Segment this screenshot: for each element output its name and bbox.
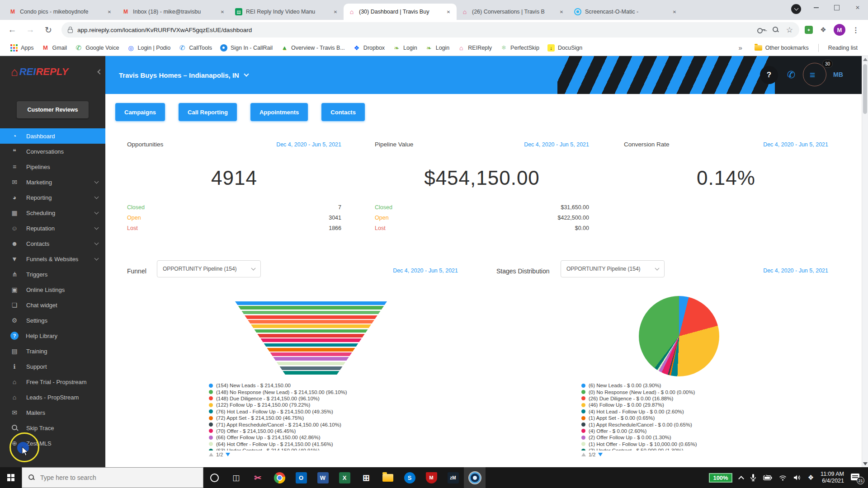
browser-tab[interactable]: Screencast-O-Matic - (570, 4, 683, 20)
legend-item[interactable]: (0) No Response (New Lead) - $ 0.00 (0.0… (581, 389, 835, 395)
sidebar-collapse-icon[interactable] (95, 68, 104, 76)
bookmark-item[interactable]: Login (389, 42, 421, 54)
bookmark-item[interactable]: Gmail (38, 42, 71, 54)
notifications-list-icon[interactable] (810, 70, 815, 80)
bookmark-item[interactable]: Apps (6, 42, 38, 54)
legend-item[interactable]: (66) Offer Follow Up - $ 214,150.00 (42.… (209, 434, 462, 441)
legend-item[interactable]: (1) Hot Offer - Follow Up - $ 10,000.00 … (581, 441, 835, 447)
sidebar-item[interactable]: ❝ Conversations (0, 144, 105, 159)
sidebar-item[interactable]: ≡ Pipelines (0, 159, 105, 174)
taskbar-app-icon[interactable]: X (334, 467, 355, 488)
microphone-icon[interactable] (750, 474, 756, 482)
browser-tab[interactable]: (30) Dashboard | Travis Buy (344, 4, 457, 20)
scroll-down-icon[interactable] (863, 462, 868, 465)
bookmark-item[interactable]: Sign In - CallRail (216, 42, 277, 54)
customer-reviews-button[interactable]: Customer Reviews (17, 101, 89, 118)
page-up-icon[interactable] (581, 453, 586, 456)
tab-close-icon[interactable] (332, 8, 339, 15)
sidebar-item[interactable]: ℹ Support (0, 359, 105, 374)
funnel-pipeline-select[interactable]: OPPORTUNITY Pipeline (154) (157, 260, 261, 277)
bookmark-star-icon[interactable] (786, 25, 793, 35)
legend-item[interactable]: (154) New Leads - $ 214,150.00 (209, 382, 462, 389)
scroll-up-icon[interactable] (863, 58, 868, 61)
sidebar-item[interactable]: ☺ Reputation (0, 221, 105, 236)
sidebar-item[interactable]: ▣ Online Listings (0, 282, 105, 297)
tab-close-icon[interactable] (106, 8, 113, 15)
wifi-icon[interactable] (779, 475, 787, 481)
sidebar-item[interactable]: ◕ Reporting (0, 190, 105, 205)
taskbar-app-icon[interactable]: S (399, 467, 420, 488)
taskbar-app-icon[interactable]: zM (442, 467, 464, 488)
bookmark-item[interactable]: REIReply (453, 42, 496, 54)
bookmark-item[interactable]: Login | Podio (123, 42, 175, 54)
legend-item[interactable]: (4) Hot Lead - Follow Up - $ 0.00 (2.60%… (581, 408, 835, 415)
cortana-button[interactable] (203, 467, 225, 488)
page-down-icon[interactable] (226, 453, 230, 456)
sidebar-item[interactable]: ◔ Dashboard (0, 128, 105, 144)
start-button[interactable] (0, 467, 22, 488)
tab-close-icon[interactable] (219, 8, 226, 15)
zoom-search-icon[interactable] (773, 27, 779, 33)
profile-avatar[interactable]: M (834, 24, 845, 36)
tab-close-icon[interactable] (445, 8, 452, 15)
quick-nav-button[interactable]: Call Reporting (179, 103, 237, 121)
window-minimize-button[interactable] (806, 0, 826, 15)
taskbar-app-icon[interactable] (269, 467, 290, 488)
sidebar-item[interactable]: ⋔ Triggers (0, 267, 105, 282)
legend-item[interactable]: (70) Offer - $ 214,150.00 (45.45%) (209, 428, 462, 434)
taskbar-app-icon[interactable] (377, 467, 399, 488)
sidebar-item[interactable]: ✉ Mailers (0, 405, 105, 420)
sidebar-item[interactable]: ✉ Marketing (0, 174, 105, 190)
sidebar-item[interactable]: Skip Trace (0, 420, 105, 436)
quick-nav-button[interactable]: Contacts (321, 103, 365, 121)
date-range-picker[interactable]: Dec 4, 2020 - Jun 5, 2021 (763, 141, 828, 148)
dropbox-tray-icon[interactable] (808, 474, 814, 482)
quick-nav-button[interactable]: Appointments (250, 103, 308, 121)
sidebar-item[interactable]: ⌂ Leads - PropStream (0, 389, 105, 405)
sidebar-item[interactable]: ▤ Training (0, 343, 105, 359)
legend-item[interactable]: (26) Due Diligence - $ 0.00 (16.88%) (581, 395, 835, 402)
bookmarks-overflow-icon[interactable]: » (736, 44, 745, 52)
legend-item[interactable]: (2) Under Contract - $ 50,000.00 (1.30%) (581, 447, 835, 450)
address-bar[interactable]: app.reireply.com/location/KvRURFfVXwAF5g… (61, 22, 799, 38)
date-range-picker[interactable]: Dec 4, 2020 - Jun 5, 2021 (740, 267, 828, 274)
forward-button[interactable]: → (23, 22, 38, 38)
bookmark-item[interactable]: PerfectSkip (496, 42, 543, 54)
other-bookmarks-folder[interactable]: Other bookmarks (750, 42, 813, 54)
extension-icon-green[interactable] (805, 26, 813, 34)
legend-item[interactable]: (148) No Response (New Lead) - $ 214,150… (209, 389, 462, 395)
taskbar-app-icon[interactable]: ✂ (247, 467, 269, 488)
lock-icon[interactable] (68, 29, 73, 33)
bookmark-item[interactable]: Google Voice (71, 42, 123, 54)
date-range-picker[interactable]: Dec 4, 2020 - Jun 5, 2021 (276, 141, 341, 148)
bookmark-item[interactable]: Login (421, 42, 454, 54)
taskbar-clock[interactable]: 11:09 AM 6/4/2021 (821, 471, 844, 484)
page-down-icon[interactable] (598, 453, 603, 456)
taskbar-app-icon[interactable]: O (290, 467, 312, 488)
legend-item[interactable]: (4) Offer - $ 0.00 (2.60%) (581, 428, 835, 434)
task-view-button[interactable] (225, 467, 247, 488)
date-range-picker[interactable]: Dec 4, 2020 - Jun 5, 2021 (524, 141, 589, 148)
phone-icon[interactable] (787, 69, 795, 81)
location-switcher[interactable]: Travis Buys Homes – Indianapolis, IN (119, 56, 248, 94)
browser-menu-icon[interactable] (848, 22, 863, 38)
help-button[interactable]: ? (760, 66, 778, 84)
sidebar-item[interactable]: ❏ Chat widget (0, 297, 105, 313)
extensions-puzzle-icon[interactable] (816, 22, 831, 38)
reload-button[interactable]: ↻ (41, 22, 56, 38)
sidebar-item[interactable]: ▦ Scheduling (0, 205, 105, 221)
browser-tab[interactable]: Inbox (18) - mike@travisbu (118, 4, 231, 20)
bookmark-item[interactable]: DocuSign (543, 42, 586, 54)
tab-close-icon[interactable] (671, 8, 678, 15)
taskbar-app-icon[interactable] (464, 467, 486, 488)
stages-pipeline-select[interactable]: OPPORTUNITY Pipeline (154) (561, 260, 665, 277)
bookmark-item[interactable]: Overview - Travis B... (277, 42, 349, 54)
tab-search-icon[interactable] (791, 4, 801, 14)
browser-tab[interactable]: Condo pics - mikeboydnofe (5, 4, 118, 20)
date-range-picker[interactable]: Dec 4, 2020 - Jun 5, 2021 (370, 267, 458, 274)
tray-expand-icon[interactable] (738, 476, 744, 482)
battery-icon[interactable] (763, 475, 772, 480)
taskbar-app-icon[interactable]: ⊞ (355, 467, 377, 488)
action-center-button[interactable]: 21 (851, 473, 863, 483)
browser-tab[interactable]: REI Reply Indy Video Manu (231, 4, 344, 20)
